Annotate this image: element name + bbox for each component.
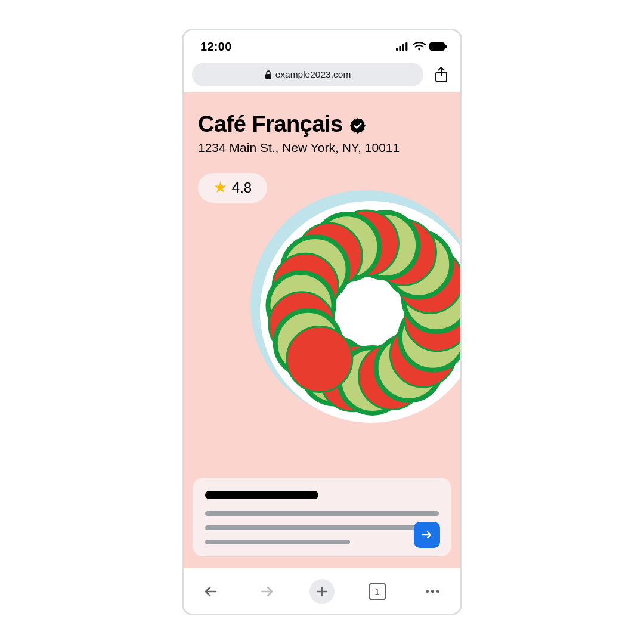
arrow-right-icon	[258, 583, 275, 600]
star-icon: ★	[213, 179, 227, 195]
svg-point-4	[418, 48, 420, 51]
tabs-button[interactable]: 1	[365, 579, 390, 604]
svg-rect-5	[429, 42, 445, 51]
new-tab-button[interactable]	[309, 579, 335, 604]
arrow-left-icon	[203, 583, 219, 600]
svg-rect-7	[265, 74, 271, 79]
forward-button[interactable]	[254, 579, 279, 604]
restaurant-name: Café Français	[198, 112, 343, 137]
dish-illustration	[248, 187, 460, 425]
restaurant-address: 1234 Main St., New York, NY, 10011	[198, 141, 447, 155]
address-bar[interactable]: example2023.com	[192, 63, 423, 86]
svg-rect-3	[405, 42, 407, 51]
info-card	[193, 478, 451, 556]
ellipsis-icon	[426, 590, 439, 593]
menu-button[interactable]	[420, 579, 445, 604]
card-title-placeholder	[205, 491, 318, 499]
arrow-right-icon	[420, 528, 434, 541]
card-text-placeholder	[205, 540, 350, 544]
verified-badge-icon	[349, 117, 367, 135]
card-text-placeholder	[205, 525, 439, 530]
phone-frame: 12:00 example2	[182, 29, 462, 615]
battery-icon	[429, 42, 447, 51]
status-icons	[396, 42, 447, 51]
page-content: Café Français 1234 Main St., New York, N…	[184, 92, 460, 568]
title-row: Café Français	[198, 112, 447, 137]
svg-point-32	[287, 326, 352, 392]
wifi-icon	[413, 42, 426, 51]
status-bar: 12:00	[184, 30, 460, 63]
back-button[interactable]	[199, 579, 224, 604]
lock-icon	[265, 70, 272, 79]
status-time: 12:00	[200, 40, 232, 54]
share-button[interactable]	[431, 64, 452, 85]
card-text-placeholder	[205, 511, 439, 516]
cellular-icon	[396, 42, 409, 51]
tabs-count-badge: 1	[369, 583, 386, 600]
svg-rect-2	[402, 44, 404, 51]
address-url: example2023.com	[275, 69, 351, 80]
browser-toolbar: 1	[184, 568, 460, 614]
svg-rect-6	[445, 45, 447, 48]
card-action-button[interactable]	[414, 522, 440, 548]
svg-rect-0	[396, 48, 398, 51]
plus-icon	[315, 585, 329, 598]
svg-rect-1	[399, 46, 401, 51]
share-icon	[434, 66, 448, 83]
tabs-count: 1	[375, 586, 380, 596]
browser-top-bar: example2023.com	[184, 63, 460, 92]
